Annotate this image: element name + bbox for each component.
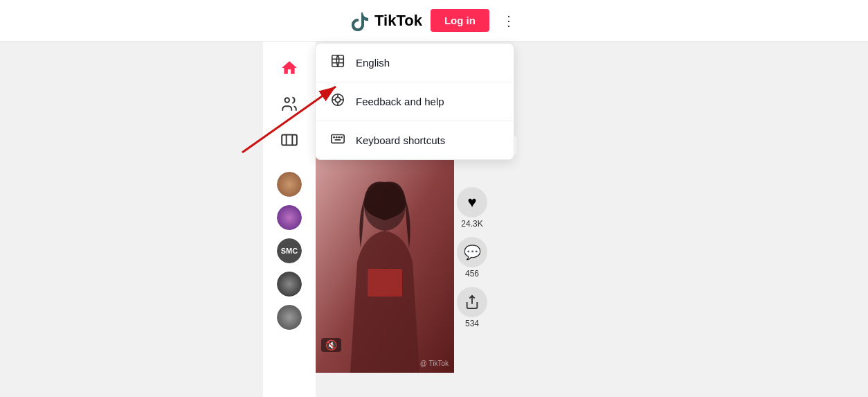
home-icon: [280, 59, 298, 77]
like-action[interactable]: ♥ 24.3K: [457, 187, 487, 229]
avatar-4[interactable]: [277, 272, 302, 297]
avatar-2[interactable]: [277, 205, 302, 230]
svg-rect-1: [282, 134, 297, 145]
live-icon: [280, 131, 298, 149]
sidebar: SMC: [263, 42, 316, 397]
comment-icon: 💬: [464, 244, 481, 261]
feedback-label: Feedback and help: [356, 96, 444, 107]
bg-left: [0, 42, 263, 397]
avatar-1[interactable]: [277, 172, 302, 197]
avatar-3[interactable]: SMC: [277, 238, 302, 263]
friends-icon: [280, 95, 298, 113]
watermark: @ TikTok: [420, 360, 449, 367]
comment-action[interactable]: 💬 456: [457, 237, 487, 279]
svg-point-13: [335, 97, 340, 102]
speaker-icon: 🔇: [325, 339, 337, 351]
share-icon-circle: [457, 287, 487, 317]
heart-icon: ♥: [467, 193, 476, 211]
feedback-icon: [329, 92, 346, 111]
tiktok-text: TikTok: [374, 12, 422, 30]
comment-icon-circle: 💬: [457, 237, 487, 267]
language-icon: [329, 53, 346, 72]
three-dots-menu[interactable]: ⋮: [498, 10, 520, 32]
action-bar: ♥ 24.3K 💬 456 534: [457, 187, 487, 334]
svg-rect-18: [332, 135, 344, 143]
share-count: 534: [465, 319, 479, 328]
login-button[interactable]: Log in: [431, 9, 489, 32]
tiktok-logo-icon: [348, 10, 370, 32]
keyboard-icon: [329, 131, 346, 150]
like-count: 24.3K: [461, 219, 482, 229]
comment-count: 456: [465, 269, 479, 279]
tiktok-logo[interactable]: TikTok: [348, 10, 422, 32]
svg-rect-7: [368, 269, 402, 297]
sidebar-item-home[interactable]: [274, 53, 305, 83]
video-player[interactable]: 🔇 @ TikTok: [316, 151, 454, 373]
dropdown-item-language[interactable]: English: [316, 44, 514, 82]
sidebar-item-live[interactable]: [274, 125, 305, 155]
bg-right: [526, 42, 868, 397]
like-icon-circle: ♥: [457, 187, 487, 218]
mute-badge[interactable]: 🔇: [321, 338, 341, 352]
dropdown-item-feedback[interactable]: Feedback and help: [316, 82, 514, 121]
sidebar-item-friends[interactable]: [274, 89, 305, 119]
keyboard-label: Keyboard shortcuts: [356, 134, 445, 146]
language-label: English: [356, 57, 390, 69]
header: TikTok Log in ⋮: [0, 0, 868, 42]
share-action[interactable]: 534: [457, 287, 487, 328]
dropdown-item-keyboard[interactable]: Keyboard shortcuts: [316, 121, 514, 159]
svg-point-0: [285, 98, 290, 103]
share-icon: [464, 294, 480, 310]
header-inner: TikTok Log in ⋮: [348, 9, 520, 32]
dropdown-menu: English Feedback and help: [315, 43, 514, 160]
avatar-5[interactable]: [277, 305, 302, 330]
